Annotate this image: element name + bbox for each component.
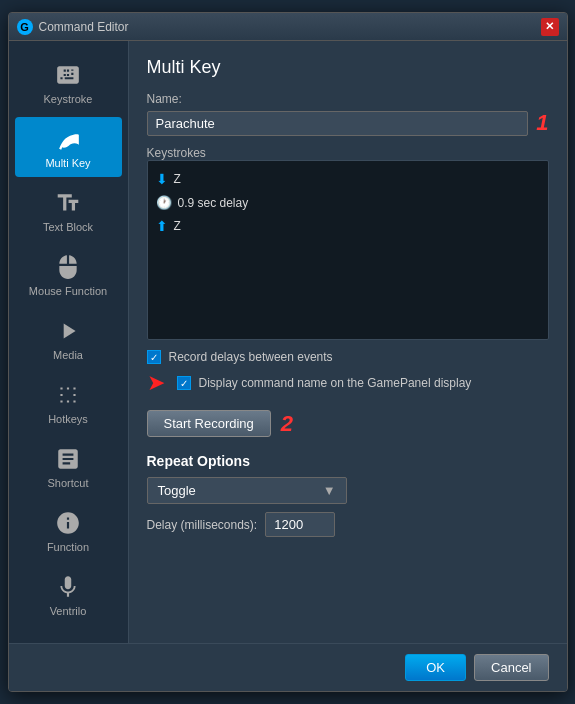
recording-row: Start Recording 2 [147,410,549,437]
annotation-2: 2 [281,411,293,437]
arrow-up-icon: ⬆ [156,218,168,234]
arrow-down-icon: ⬇ [156,171,168,187]
record-delays-checkbox[interactable] [147,350,161,364]
cancel-button[interactable]: Cancel [474,654,548,681]
keystrokes-section: Keystrokes ⬇ Z 🕐 0.9 sec delay ⬆ Z [147,146,549,340]
keystrokes-label: Keystrokes [147,146,549,160]
page-title: Multi Key [147,57,549,78]
clock-icon: 🕐 [156,195,172,210]
sidebar-item-ventrilo[interactable]: Ventrilo [15,565,122,625]
hotkeys-icon [54,381,82,409]
keystroke-row-down: ⬇ Z [156,169,540,189]
repeat-options-title: Repeat Options [147,453,549,469]
sidebar-item-media[interactable]: Media [15,309,122,369]
name-label: Name: [147,92,549,106]
name-row: 1 [147,110,549,136]
sidebar-item-keystroke[interactable]: Keystroke [15,53,122,113]
sidebar-item-mouse-function[interactable]: Mouse Function [15,245,122,305]
sidebar: Keystroke Multi Key Text Block [9,41,129,643]
text-block-icon [54,189,82,217]
sidebar-label-shortcut: Shortcut [48,477,89,489]
sidebar-item-shortcut[interactable]: Shortcut [15,437,122,497]
close-button[interactable]: ✕ [541,18,559,36]
display-name-label: Display command name on the GamePanel di… [199,376,472,390]
repeat-row: Toggle ▼ [147,477,549,504]
window-body: Keystroke Multi Key Text Block [9,41,567,643]
mouse-function-icon [54,253,82,281]
sidebar-item-hotkeys[interactable]: Hotkeys [15,373,122,433]
keystroke-row-delay: 🕐 0.9 sec delay [156,193,540,212]
shortcut-icon [54,445,82,473]
delay-label: Delay (milliseconds): [147,518,258,532]
sidebar-item-text-block[interactable]: Text Block [15,181,122,241]
sidebar-label-mouse-function: Mouse Function [29,285,107,297]
keystroke-delay-text: 0.9 sec delay [178,196,249,210]
option-display-name-row: ➤ Display command name on the GamePanel … [147,370,549,396]
sidebar-label-keystroke: Keystroke [44,93,93,105]
command-editor-window: G Command Editor ✕ Keystroke Multi Key [8,12,568,692]
sidebar-label-media: Media [53,349,83,361]
start-recording-button[interactable]: Start Recording [147,410,271,437]
sidebar-label-ventrilo: Ventrilo [50,605,87,617]
keystroke-icon [54,61,82,89]
main-content: Multi Key Name: 1 Keystrokes ⬇ Z [129,41,567,643]
dropdown-value: Toggle [158,483,196,498]
annotation-1: 1 [536,110,548,136]
keystroke-key-down: Z [174,172,181,186]
window-title: Command Editor [39,20,541,34]
multi-key-icon [54,125,82,153]
sidebar-item-multi-key[interactable]: Multi Key [15,117,122,177]
footer: OK Cancel [9,643,567,691]
keystrokes-box: ⬇ Z 🕐 0.9 sec delay ⬆ Z [147,160,549,340]
sidebar-label-hotkeys: Hotkeys [48,413,88,425]
sidebar-label-text-block: Text Block [43,221,93,233]
sidebar-item-function[interactable]: Function [15,501,122,561]
ok-button[interactable]: OK [405,654,466,681]
sidebar-label-function: Function [47,541,89,553]
app-icon: G [17,19,33,35]
delay-row: Delay (milliseconds): [147,512,549,537]
toggle-dropdown[interactable]: Toggle ▼ [147,477,347,504]
chevron-down-icon: ▼ [323,483,336,498]
option-record-delays-row: Record delays between events [147,350,549,364]
options-section: Record delays between events ➤ Display c… [147,350,549,396]
name-section: Name: 1 [147,92,549,136]
sidebar-label-multi-key: Multi Key [45,157,90,169]
red-arrow-indicator: ➤ [147,370,165,396]
repeat-section: Repeat Options Toggle ▼ Delay (milliseco… [147,453,549,537]
keystroke-key-up: Z [174,219,181,233]
delay-input[interactable] [265,512,335,537]
name-input[interactable] [147,111,529,136]
record-delays-label: Record delays between events [169,350,333,364]
title-bar: G Command Editor ✕ [9,13,567,41]
media-icon [54,317,82,345]
keystroke-row-up: ⬆ Z [156,216,540,236]
ventrilo-icon [54,573,82,601]
display-name-checkbox[interactable] [177,376,191,390]
function-icon [54,509,82,537]
